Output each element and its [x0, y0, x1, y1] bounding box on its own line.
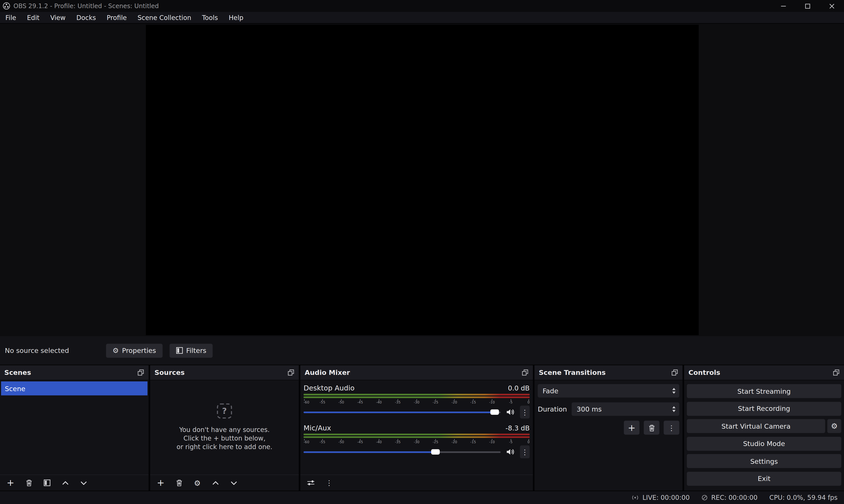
scene-filters-button[interactable]	[41, 476, 53, 489]
volume-slider[interactable]	[304, 408, 501, 416]
start-streaming-button[interactable]: Start Streaming	[687, 384, 841, 398]
properties-button[interactable]: ⚙ Properties	[106, 343, 163, 358]
db-scale-tick: -40	[376, 440, 382, 444]
popout-icon[interactable]	[287, 369, 295, 376]
minimize-button[interactable]	[771, 0, 795, 12]
transition-select[interactable]: Fade	[538, 384, 679, 397]
volume-meter	[304, 433, 530, 435]
statusbar: LIVE: 00:00:00 REC: 00:00:00 CPU: 0.0%, …	[0, 491, 844, 504]
studio-mode-button[interactable]: Studio Mode	[687, 436, 841, 451]
db-scale-tick: -15	[470, 440, 476, 444]
remove-scene-button[interactable]	[23, 476, 35, 489]
gear-icon: ⚙	[194, 479, 200, 486]
filters-button[interactable]: Filters	[170, 343, 213, 358]
volume-meter	[304, 394, 530, 395]
channel-level-db: -8.3 dB	[505, 424, 530, 432]
program-canvas[interactable]	[146, 25, 699, 335]
close-button[interactable]	[820, 0, 844, 12]
menu-view[interactable]: View	[45, 12, 71, 23]
popout-icon[interactable]	[671, 369, 678, 376]
maximize-button[interactable]	[796, 0, 820, 12]
start-virtual-camera-button[interactable]: Start Virtual Camera	[687, 419, 825, 433]
volume-slider-handle[interactable]	[490, 409, 499, 415]
menu-profile[interactable]: Profile	[101, 12, 132, 23]
audio-mixer-body: Desktop Audio 0.0 dB -60-55-50-45-40-35-…	[300, 380, 533, 474]
sources-list[interactable]: ? You don't have any sources. Click the …	[150, 380, 299, 474]
db-scale-tick: -45	[357, 401, 363, 404]
add-scene-button[interactable]: +	[4, 476, 17, 489]
volume-slider[interactable]	[304, 448, 501, 456]
remove-source-button[interactable]	[173, 476, 185, 489]
sources-panel: Sources ? You don't have any sources. Cl…	[150, 365, 299, 491]
db-scale-tick: -60	[304, 440, 310, 444]
start-recording-button[interactable]: Start Recording	[687, 402, 841, 416]
db-scale-tick: -35	[395, 440, 401, 444]
speaker-icon	[506, 408, 515, 416]
advanced-audio-button[interactable]	[304, 476, 317, 489]
exit-button[interactable]: Exit	[687, 471, 841, 486]
menu-help[interactable]: Help	[223, 12, 249, 23]
mixer-channel-mic-aux: Mic/Aux -8.3 dB -60-55-50-45-40-35-30-25…	[304, 424, 530, 456]
volume-slider-handle[interactable]	[431, 449, 440, 454]
dots-vertical-icon: ⋮	[521, 409, 528, 415]
move-scene-up-button[interactable]	[59, 476, 71, 489]
source-properties-button[interactable]: ⚙	[191, 476, 204, 489]
mixer-menu-button[interactable]: ⋮	[323, 476, 335, 489]
updown-carets-icon	[672, 388, 676, 394]
plus-icon: +	[628, 423, 635, 432]
move-scene-down-button[interactable]	[77, 476, 90, 489]
controls-panel-header: Controls	[684, 365, 844, 380]
mute-button[interactable]	[505, 447, 516, 457]
spinner-carets-icon	[672, 406, 676, 412]
add-source-button[interactable]: +	[155, 476, 167, 489]
scene-list-item[interactable]: Scene	[1, 381, 147, 396]
db-scale-tick: -40	[376, 401, 382, 404]
settings-button[interactable]: Settings	[687, 454, 841, 468]
audio-mixer-panel-title: Audio Mixer	[304, 368, 350, 377]
popout-icon[interactable]	[137, 369, 144, 376]
mixer-channel-desktop-audio: Desktop Audio 0.0 dB -60-55-50-45-40-35-…	[304, 384, 530, 417]
sources-panel-header: Sources	[150, 365, 299, 380]
db-scale: -60-55-50-45-40-35-30-25-20-15-10-50	[304, 439, 530, 445]
move-source-up-button[interactable]	[209, 476, 222, 489]
scenes-panel-title: Scenes	[4, 368, 31, 377]
menu-tools[interactable]: Tools	[197, 12, 223, 23]
channel-level-db: 0.0 dB	[508, 384, 530, 392]
filters-button-label: Filters	[186, 346, 206, 355]
db-scale-tick: -50	[338, 440, 344, 444]
channel-menu-button[interactable]: ⋮	[520, 445, 530, 458]
db-scale-tick: 0	[527, 440, 530, 444]
add-transition-button[interactable]: +	[624, 421, 639, 435]
duration-spinbox[interactable]: 300 ms	[572, 402, 679, 416]
menu-file[interactable]: File	[0, 12, 21, 23]
menu-scene-collection[interactable]: Scene Collection	[132, 12, 196, 23]
no-source-label: No source selected	[5, 346, 106, 355]
db-scale-tick: 0	[527, 401, 530, 404]
plus-icon: +	[157, 478, 164, 488]
gear-icon: ⚙	[112, 347, 119, 354]
docks-row: Scenes Scene + Sources ?	[0, 365, 844, 491]
db-scale-tick: -5	[509, 401, 513, 404]
live-status: LIVE: 00:00:00	[631, 494, 690, 501]
channel-name: Desktop Audio	[304, 384, 355, 392]
dots-vertical-icon: ⋮	[668, 424, 675, 431]
properties-button-label: Properties	[122, 346, 156, 355]
popout-icon[interactable]	[833, 369, 840, 376]
mute-button[interactable]	[505, 407, 516, 417]
db-scale-tick: -55	[319, 440, 325, 444]
virtual-camera-settings-button[interactable]: ⚙	[827, 419, 841, 433]
move-source-down-button[interactable]	[228, 476, 240, 489]
db-scale: -60-55-50-45-40-35-30-25-20-15-10-50	[304, 399, 530, 405]
menu-edit[interactable]: Edit	[21, 12, 45, 23]
titlebar: OBS 29.1.2 - Profile: Untitled - Scenes:…	[0, 0, 844, 12]
menu-docks[interactable]: Docks	[71, 12, 101, 23]
remove-transition-button[interactable]	[644, 421, 660, 435]
chevron-down-icon	[80, 481, 87, 485]
popout-icon[interactable]	[522, 369, 529, 376]
db-scale-tick: -20	[451, 401, 457, 404]
transition-menu-button[interactable]: ⋮	[664, 421, 679, 435]
transition-select-value: Fade	[543, 387, 558, 395]
channel-menu-button[interactable]: ⋮	[520, 406, 530, 418]
sources-empty-line3: or right click here to add one.	[176, 443, 272, 451]
scene-transitions-panel-header: Scene Transitions	[534, 365, 683, 380]
